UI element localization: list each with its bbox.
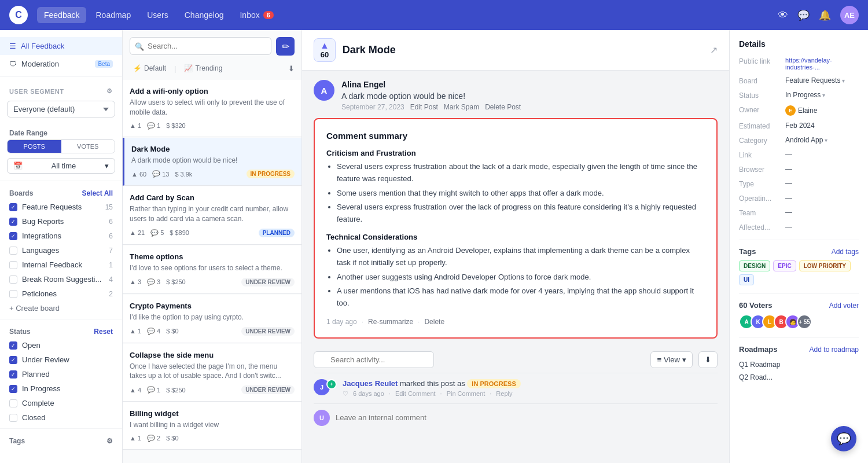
user-avatar[interactable]: AE bbox=[840, 6, 859, 24]
nav-roadmap[interactable]: Roadmap bbox=[89, 7, 138, 23]
feed-item-3[interactable]: Theme options I'd love to see options fo… bbox=[123, 245, 301, 294]
activity-search-input[interactable] bbox=[314, 351, 434, 368]
sidebar-item-moderation[interactable]: 🛡 Moderation Beta bbox=[0, 55, 122, 73]
compose-button[interactable]: ✏ bbox=[276, 37, 295, 56]
status-checkbox-closed[interactable] bbox=[9, 414, 17, 422]
resummarize-link[interactable]: Re-summarize bbox=[368, 318, 413, 326]
feed-item-4[interactable]: Crypto Payments I'd like the option to p… bbox=[123, 295, 301, 343]
add-tags-link[interactable]: Add tags bbox=[832, 248, 859, 256]
status-checkbox-under-review[interactable] bbox=[9, 356, 17, 364]
feed-item-6[interactable]: Billing widget I want billing in a widge… bbox=[123, 402, 301, 450]
internal-comment-input[interactable] bbox=[336, 413, 718, 422]
board-internal-feedback[interactable]: Internal Feedback 1 bbox=[0, 258, 122, 272]
vote-box[interactable]: ▲ 60 bbox=[314, 38, 336, 62]
status-reset-button[interactable]: Reset bbox=[94, 328, 113, 336]
eye-icon[interactable]: 👁 bbox=[778, 9, 788, 21]
user-segment-select[interactable]: Everyone (default) bbox=[7, 101, 115, 117]
sort-default-button[interactable]: ⚡ Default bbox=[130, 63, 170, 74]
feed-item-5[interactable]: Collapse the side menu Once I have selec… bbox=[123, 344, 301, 402]
reply-link[interactable]: Reply bbox=[496, 390, 512, 398]
status-under-review[interactable]: Under Review bbox=[0, 352, 122, 367]
board-dropdown[interactable]: Feature Requests ▾ bbox=[785, 76, 859, 84]
heart-icon[interactable]: ♡ bbox=[343, 390, 348, 398]
board-checkbox-peticiones[interactable] bbox=[9, 290, 17, 298]
mark-spam-link[interactable]: Mark Spam bbox=[444, 103, 479, 111]
board-checkbox-languages[interactable] bbox=[9, 247, 17, 255]
create-board-button[interactable]: + Create board bbox=[0, 301, 122, 315]
tab-posts[interactable]: POSTS bbox=[8, 140, 61, 153]
public-link-value[interactable]: https://vandelay-industries-... bbox=[785, 57, 859, 71]
board-feature-requests[interactable]: Feature Requests 15 bbox=[0, 200, 122, 214]
gear-icon[interactable]: ⚙ bbox=[106, 87, 113, 95]
owner-value: E Elaine bbox=[785, 105, 859, 116]
feed-item-1[interactable]: Dark Mode A dark mode option would be ni… bbox=[123, 138, 301, 186]
board-bug-reports[interactable]: Bug Reports 6 bbox=[0, 214, 122, 229]
board-checkbox-feature-requests[interactable] bbox=[9, 203, 17, 211]
status-closed[interactable]: Closed bbox=[0, 410, 122, 425]
activity-user-0[interactable]: Jacques Reulet bbox=[343, 379, 398, 388]
feed-item-0[interactable]: Add a wifi-only option Allow users to se… bbox=[123, 80, 301, 137]
nav-users[interactable]: Users bbox=[140, 7, 175, 23]
board-peticiones[interactable]: Peticiones 2 bbox=[0, 286, 122, 301]
edit-comment-link[interactable]: Edit Comment bbox=[395, 390, 436, 398]
bell-icon[interactable]: 🔔 bbox=[819, 9, 831, 21]
tags-list: DESIGN EPIC LOW PRIORITY UI bbox=[739, 260, 859, 285]
feed-item-2[interactable]: Add Card by Scan Rather than typing in y… bbox=[123, 186, 301, 245]
tag-epic[interactable]: EPIC bbox=[773, 260, 796, 271]
tags-gear-icon[interactable]: ⚙ bbox=[106, 437, 113, 445]
view-button[interactable]: ≡ View ▾ bbox=[650, 351, 693, 368]
nav-feedback[interactable]: Feedback bbox=[37, 7, 86, 23]
comments-0: 💬 1 bbox=[147, 122, 160, 130]
tab-votes[interactable]: VOTES bbox=[61, 140, 115, 153]
select-all-boards[interactable]: Select All bbox=[82, 189, 113, 197]
board-checkbox-integrations[interactable] bbox=[9, 232, 17, 240]
voters-count-label: 60 Voters bbox=[739, 301, 773, 310]
voter-avatars-list: A K L B 🧑 + 55 bbox=[739, 314, 859, 329]
delete-post-link[interactable]: Delete Post bbox=[485, 103, 521, 111]
board-checkbox-bug-reports[interactable] bbox=[9, 218, 17, 226]
activity-time-0: 6 days ago bbox=[353, 390, 384, 398]
board-integrations[interactable]: Integrations 6 bbox=[0, 229, 122, 243]
status-planned[interactable]: Planned bbox=[0, 367, 122, 381]
expand-icon[interactable]: ↗ bbox=[710, 45, 718, 56]
status-open[interactable]: Open bbox=[0, 338, 122, 352]
activity-content-0: Jacques Reulet marked this post as IN PR… bbox=[343, 379, 718, 398]
status-checkbox-open[interactable] bbox=[9, 341, 17, 350]
feed-search-input[interactable] bbox=[130, 37, 271, 55]
status-complete[interactable]: Complete bbox=[0, 396, 122, 410]
tag-low-priority[interactable]: LOW PRIORITY bbox=[799, 260, 851, 271]
nav-inbox[interactable]: Inbox 6 bbox=[233, 7, 280, 23]
roadmap-item-0[interactable]: Q1 Roadmap bbox=[739, 358, 859, 371]
vote-count: 60 bbox=[321, 50, 329, 59]
date-time-select[interactable]: 📅 All time ▾ bbox=[7, 158, 115, 174]
status-checkbox-complete[interactable] bbox=[9, 399, 17, 407]
pin-comment-link[interactable]: Pin Comment bbox=[447, 390, 486, 398]
edit-post-link[interactable]: Edit Post bbox=[410, 103, 438, 111]
message-icon[interactable]: 💬 bbox=[797, 9, 810, 21]
status-checkbox-in-progress[interactable] bbox=[9, 385, 17, 393]
tag-design[interactable]: DESIGN bbox=[739, 260, 770, 271]
category-dropdown[interactable]: Android App ▾ bbox=[785, 136, 859, 144]
board-languages[interactable]: Languages 7 bbox=[0, 243, 122, 258]
board-break-room[interactable]: Break Room Suggesti... 4 bbox=[0, 272, 122, 286]
search-area: 🔍 ✏ bbox=[123, 30, 301, 63]
download-activity-button[interactable]: ⬇ bbox=[698, 351, 718, 368]
sidebar-item-all-feedback[interactable]: ☰ All Feedback bbox=[0, 37, 122, 55]
delete-summary-link[interactable]: Delete bbox=[424, 318, 444, 326]
nav-changelog[interactable]: Changelog bbox=[178, 7, 231, 23]
add-voter-link[interactable]: Add voter bbox=[829, 302, 859, 310]
sort-trending-button[interactable]: 📈 Trending bbox=[181, 63, 226, 74]
roadmap-item-1[interactable]: Q2 Road... bbox=[739, 371, 859, 384]
download-button[interactable]: ⬇ bbox=[288, 64, 295, 73]
tags-section-header: Tags ⚙ bbox=[0, 432, 122, 447]
chat-button[interactable]: 💬 bbox=[831, 426, 856, 451]
voters-section: 60 Voters Add voter A K L B 🧑 + 55 bbox=[739, 293, 859, 329]
list-view-icon: ≡ bbox=[657, 355, 661, 364]
board-checkbox-internal-feedback[interactable] bbox=[9, 261, 17, 269]
status-checkbox-planned[interactable] bbox=[9, 370, 17, 379]
status-dropdown[interactable]: In Progress ▾ bbox=[785, 91, 859, 99]
board-checkbox-break-room[interactable] bbox=[9, 275, 17, 284]
add-to-roadmap-link[interactable]: Add to roadmap bbox=[810, 346, 859, 354]
tag-ui[interactable]: UI bbox=[739, 274, 754, 285]
status-in-progress[interactable]: In Progress bbox=[0, 381, 122, 396]
